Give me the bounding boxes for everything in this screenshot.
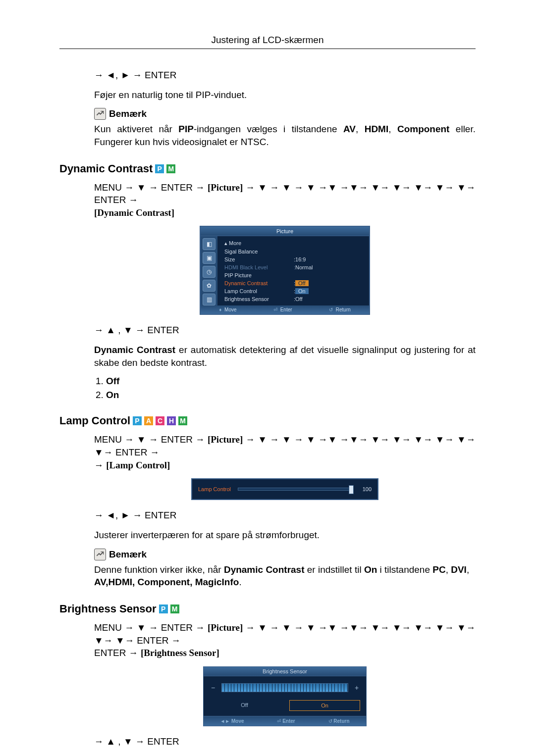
- osd-lamp-slider: Lamp Control 100: [191, 478, 378, 500]
- osd-menu-row: PIP Picture: [224, 271, 364, 279]
- section-heading-brightness-sensor: Brightness Sensor P M: [59, 603, 476, 615]
- text: er indstillet til: [305, 564, 364, 575]
- text-bold: HDMI: [365, 124, 389, 134]
- path-target: [Dynamic Contrast]: [94, 207, 174, 218]
- mode-icon-p: P: [159, 605, 168, 613]
- osd-sidebar-icon: ◷: [203, 266, 215, 278]
- option-label: Off: [106, 376, 119, 386]
- nav-sequence: → ◄, ► → ENTER: [94, 509, 476, 522]
- text-bold: Dynamic Contrast: [94, 345, 175, 355]
- path-picture: [Picture]: [208, 434, 243, 445]
- description: Justerer inverterpæren for at spare på s…: [94, 529, 476, 542]
- text-bold: PC: [432, 564, 445, 575]
- nav-sequence: → ◄, ► → ENTER: [94, 69, 476, 82]
- text-bold: PIP: [178, 124, 194, 134]
- note-body: Denne funktion virker ikke, når Dynamic …: [94, 563, 476, 589]
- osd-brightness-sensor: Brightness Sensor − + Off On ◄► Move ⏎ E…: [203, 666, 367, 726]
- mode-icon-p: P: [133, 416, 142, 425]
- description: Dynamic Contrast er automatisk detekteri…: [94, 344, 476, 369]
- note-label: Bemærk: [109, 108, 147, 119]
- menu-path: MENU → ▼ → ENTER → [Picture] → ▼ → ▼ → ▼…: [94, 181, 476, 219]
- osd-footer: ◄► Move ⏎ Enter ↺ Return: [203, 716, 367, 726]
- text: -indgangen vælges i tilstandene: [194, 124, 343, 134]
- minus-icon: −: [210, 684, 216, 692]
- list-item: On: [106, 390, 476, 401]
- osd-title: Picture: [201, 227, 369, 236]
- osd-row-label: Dynamic Contrast: [224, 280, 294, 286]
- divider-top: [59, 49, 476, 49]
- path-picture: [Picture]: [208, 622, 243, 633]
- osd-bright-bar-row: − +: [210, 683, 360, 692]
- text: Kun aktiveret når: [94, 124, 178, 134]
- osd-sidebar-icon: ▥: [203, 294, 215, 305]
- osd-hint-move: ♦ Move: [219, 307, 236, 312]
- path-picture: [Picture]: [208, 182, 243, 193]
- osd-sidebar: ◧ ▣ ◷ ✿ ▥: [201, 236, 217, 305]
- osd-row-label: Size: [224, 256, 294, 262]
- osd-lamp-label: Lamp Control: [198, 486, 233, 492]
- osd-bright-options: Off On: [210, 700, 360, 711]
- osd-lamp-value: 100: [359, 486, 372, 492]
- menu-path: MENU → ▼ → ENTER → [Picture] → ▼ → ▼ → ▼…: [94, 621, 476, 659]
- osd-lamp-thumb: [349, 485, 354, 494]
- osd-option-off: Off: [210, 700, 279, 711]
- osd-hint-move: ◄► Move: [220, 718, 244, 724]
- osd-row-value: On: [295, 288, 309, 294]
- text-bold: DVI: [451, 564, 467, 575]
- osd-row-label: Sigal Balance: [224, 249, 294, 254]
- text-bold: AV,HDMI, Component, MagicInfo: [94, 577, 239, 587]
- osd-menu-row: HDMI Black Level: Normal: [224, 263, 364, 271]
- note-icon: [94, 108, 106, 120]
- section-title: Lamp Control: [59, 414, 130, 427]
- osd-menu-row: Size: 16:9: [224, 255, 364, 263]
- text: .: [239, 577, 241, 587]
- text: Denne funktion virker ikke, når: [94, 564, 224, 575]
- osd-hint-return: ↺ Return: [328, 718, 350, 724]
- section-title: Dynamic Contrast: [59, 162, 153, 175]
- list-item: Off: [106, 376, 476, 387]
- mode-icon-a: A: [144, 416, 153, 425]
- osd-row-value: Off: [295, 296, 302, 302]
- text: i tilstandene: [377, 564, 432, 575]
- text-bold: Component: [397, 124, 450, 134]
- osd-row-label: PIP Picture: [224, 272, 294, 278]
- mode-icon-p: P: [155, 164, 164, 173]
- menu-path: MENU → ▼ → ENTER → [Picture] → ▼ → ▼ → ▼…: [94, 433, 476, 471]
- nav-sequence: → ▲ , ▼ → ENTER: [94, 324, 476, 337]
- osd-menu-row: More: [224, 239, 364, 248]
- text-bold: AV: [343, 124, 356, 134]
- osd-title: Brightness Sensor: [203, 666, 367, 676]
- osd-row-label: Brightness Sensor: [224, 296, 294, 302]
- mode-icon-h: H: [167, 416, 176, 425]
- osd-row-value: Normal: [295, 264, 313, 270]
- osd-menu-row: Brightness Sensor: Off: [224, 295, 364, 303]
- intro-text: Føjer en naturlig tone til PIP-vinduet.: [94, 89, 476, 101]
- osd-row-label: Lamp Control: [224, 288, 294, 294]
- osd-menu-row: Dynamic Contrast: Off: [224, 279, 364, 287]
- path-target: [Brightness Sensor]: [141, 648, 219, 658]
- plus-icon: +: [353, 684, 360, 692]
- note-label: Bemærk: [109, 549, 147, 560]
- section-title: Brightness Sensor: [59, 603, 157, 615]
- osd-row-label: More: [224, 240, 294, 247]
- section-heading-dynamic-contrast: Dynamic Contrast P M: [59, 162, 476, 175]
- nav-sequence: → ▲ , ▼ → ENTER: [94, 735, 476, 748]
- note-body: Kun aktiveret når PIP-indgangen vælges i…: [94, 123, 476, 148]
- osd-sidebar-icon: ▣: [203, 252, 215, 264]
- mode-icon-m: M: [166, 164, 175, 173]
- text-bold: On: [364, 564, 377, 575]
- osd-hint-return: ↺ Return: [329, 307, 351, 312]
- osd-row-value: Off: [295, 280, 308, 286]
- mode-icon-m: M: [170, 605, 179, 613]
- text: MENU → ▼ → ENTER →: [94, 182, 208, 193]
- mode-icon-c: C: [156, 416, 164, 425]
- osd-option-on: On: [289, 700, 360, 711]
- osd-lamp-track: [238, 488, 354, 491]
- page-header: Justering af LCD-skærmen: [59, 35, 476, 46]
- osd-sidebar-icon: ✿: [203, 280, 215, 292]
- mode-icon-m: M: [178, 416, 187, 425]
- osd-hint-enter: ⏎ Enter: [277, 718, 295, 724]
- path-target: [Lamp Control]: [106, 460, 170, 470]
- text: MENU → ▼ → ENTER →: [94, 622, 208, 633]
- osd-row-value: 16:9: [295, 256, 306, 262]
